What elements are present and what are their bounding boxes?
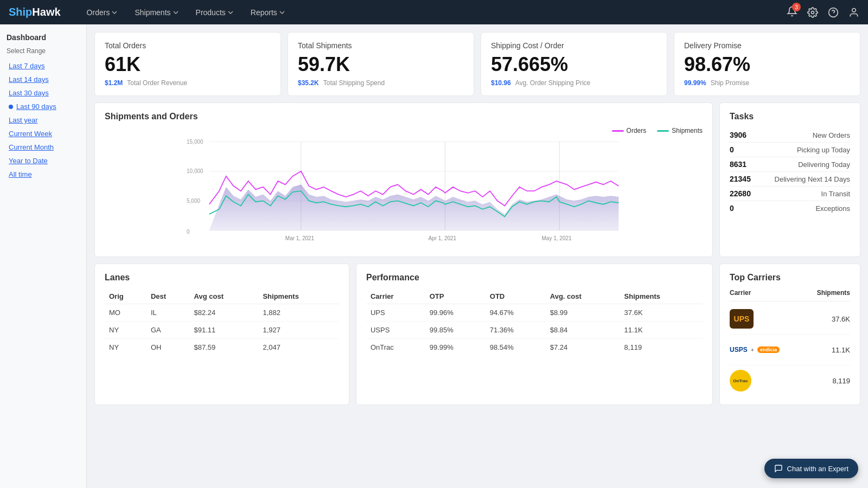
nav-shipments[interactable]: Shipments [126, 0, 187, 24]
chevron-down-icon [173, 11, 178, 14]
navbar-right: 3 [787, 6, 859, 18]
svg-text:10,000: 10,000 [187, 168, 203, 174]
stat-value: 98.67% [684, 53, 850, 76]
sidebar-title: Dashboard [7, 33, 80, 42]
carrier-shipments: 8,119 [832, 377, 850, 385]
sidebar-item-currentweek[interactable]: Current Week [7, 127, 80, 140]
legend-shipments: Shipments [657, 127, 703, 134]
nav-reports[interactable]: Reports [242, 0, 293, 24]
lanes-title: Lanes [105, 273, 339, 282]
settings-icon[interactable] [807, 7, 818, 18]
tasks-title: Tasks [730, 112, 850, 121]
chevron-down-icon [279, 11, 285, 14]
stat-value: 61K [105, 53, 271, 76]
table-row: USPS99.85%71.36%$8.8411.1K [366, 322, 703, 339]
table-row: MOIL$82.241,882 [105, 304, 339, 322]
sidebar-item-last30[interactable]: Last 30 days [7, 86, 80, 100]
task-row: 3906 New Orders [730, 128, 850, 143]
chat-button[interactable]: Chat with an Expert [764, 459, 858, 478]
sidebar-item-last14[interactable]: Last 14 days [7, 73, 80, 86]
logo-hawk: Hawk [32, 6, 60, 18]
carrier-row: USPS + endicia 11.1K [730, 335, 850, 365]
stat-sub: $35.2K Total Shipping Spend [298, 79, 464, 87]
notification-badge: 3 [792, 3, 801, 11]
svg-text:May 1, 2021: May 1, 2021 [542, 235, 572, 241]
logo-ship: Ship [9, 6, 32, 18]
sidebar-item-yeartodate[interactable]: Year to Date [7, 154, 80, 168]
task-count: 21345 [730, 175, 751, 183]
ups-logo: UPS [730, 309, 754, 329]
task-row: 0 Exceptions [730, 201, 850, 215]
active-indicator [9, 105, 13, 109]
top-carriers-card: Top Carriers Carrier Shipments UPS 37.6K… [719, 264, 860, 405]
user-icon[interactable] [848, 7, 859, 18]
stat-card-0: Total Orders 61K $1.2M Total Order Reven… [94, 32, 281, 96]
stat-sub-label: Ship Promise [711, 79, 749, 87]
svg-point-3 [852, 8, 856, 12]
table-row: NYGA$91.111,927 [105, 322, 339, 339]
task-count: 8631 [730, 160, 746, 169]
sidebar-item-alltime[interactable]: All time [7, 168, 80, 181]
chart-card: Shipments and Orders Orders Shipments 15… [94, 102, 713, 257]
svg-text:Apr 1, 2021: Apr 1, 2021 [428, 235, 456, 241]
carrier-logo: USPS + endicia [730, 340, 780, 359]
stat-label: Total Orders [105, 41, 271, 50]
col-otp: OTP [425, 289, 486, 304]
task-name: Delivering Next 14 Days [775, 175, 850, 183]
lanes-table: Orig Dest Avg cost Shipments MOIL$82.241… [105, 289, 339, 356]
stat-sub-value: $35.2K [298, 79, 319, 87]
chat-icon [774, 464, 783, 473]
col-orig: Orig [105, 289, 146, 304]
app-logo[interactable]: ShipHawk [9, 6, 61, 18]
middle-row: Shipments and Orders Orders Shipments 15… [94, 102, 860, 257]
svg-point-0 [812, 11, 814, 14]
stat-value: 57.665% [491, 53, 657, 76]
carriers-list: UPS 37.6K USPS + endicia 11.1K OnTrac 8,… [730, 304, 850, 396]
sidebar-item-currentmonth[interactable]: Current Month [7, 140, 80, 154]
sidebar-item-last90[interactable]: Last 90 days [7, 100, 80, 113]
help-icon[interactable] [828, 7, 839, 18]
sidebar-item-last7[interactable]: Last 7 days [7, 59, 80, 73]
col-otd: OTD [486, 289, 546, 304]
carrier-logo: OnTrac [730, 371, 751, 390]
svg-text:0: 0 [187, 229, 190, 235]
task-name: Picking up Today [797, 146, 850, 154]
stat-sub-value: $1.2M [105, 79, 123, 87]
stat-card-1: Total Shipments 59.7K $35.2K Total Shipp… [288, 32, 474, 96]
stat-sub-label: Total Order Revenue [127, 79, 187, 87]
table-row: UPS99.96%94.67%$8.9937.6K [366, 304, 703, 322]
stat-sub-value: 99.99% [684, 79, 706, 87]
stat-label: Total Shipments [298, 41, 464, 50]
table-row: NYOH$87.592,047 [105, 339, 339, 356]
sidebar-item-lastyear[interactable]: Last year [7, 113, 80, 127]
stat-sub-label: Avg. Order Shipping Price [515, 79, 591, 87]
select-range-label: Select Range [7, 47, 80, 55]
col-shipments: Shipments [258, 289, 339, 304]
chevron-down-icon [112, 11, 117, 14]
stats-row: Total Orders 61K $1.2M Total Order Reven… [94, 32, 860, 96]
chart-title: Shipments and Orders [105, 112, 703, 121]
shipments-orders-chart: 15,000 10,000 5,000 0 Mar 1, 2021 Apr 1, [105, 138, 703, 246]
svg-marker-18 [209, 184, 619, 230]
svg-text:5,000: 5,000 [187, 198, 200, 204]
lanes-card: Lanes Orig Dest Avg cost Shipments MOIL$… [94, 264, 349, 405]
col-dest: Dest [146, 289, 190, 304]
main-nav: Orders Shipments Products Reports [78, 0, 293, 24]
stat-value: 59.7K [298, 53, 464, 76]
col-carrier: Carrier [366, 289, 425, 304]
chevron-down-icon [228, 11, 233, 14]
task-name: Delivering Today [798, 160, 850, 169]
sidebar-nav: Last 7 daysLast 14 daysLast 30 daysLast … [7, 59, 80, 181]
usps-logo: USPS + endicia [730, 346, 780, 354]
table-row: OnTrac99.99%98.54%$7.248,119 [366, 339, 703, 356]
carrier-shipments: 37.6K [832, 315, 850, 323]
navbar: ShipHawk Orders Shipments Products Repor… [0, 0, 868, 24]
notifications[interactable]: 3 [787, 6, 797, 18]
tasks-list: 3906 New Orders 0 Picking up Today 8631 … [730, 128, 850, 215]
nav-products[interactable]: Products [187, 0, 242, 24]
stat-sub: $1.2M Total Order Revenue [105, 79, 271, 87]
tasks-card: Tasks 3906 New Orders 0 Picking up Today… [719, 102, 860, 257]
chat-label: Chat with an Expert [787, 465, 848, 473]
nav-orders[interactable]: Orders [78, 0, 126, 24]
svg-text:Mar 1, 2021: Mar 1, 2021 [285, 235, 315, 241]
